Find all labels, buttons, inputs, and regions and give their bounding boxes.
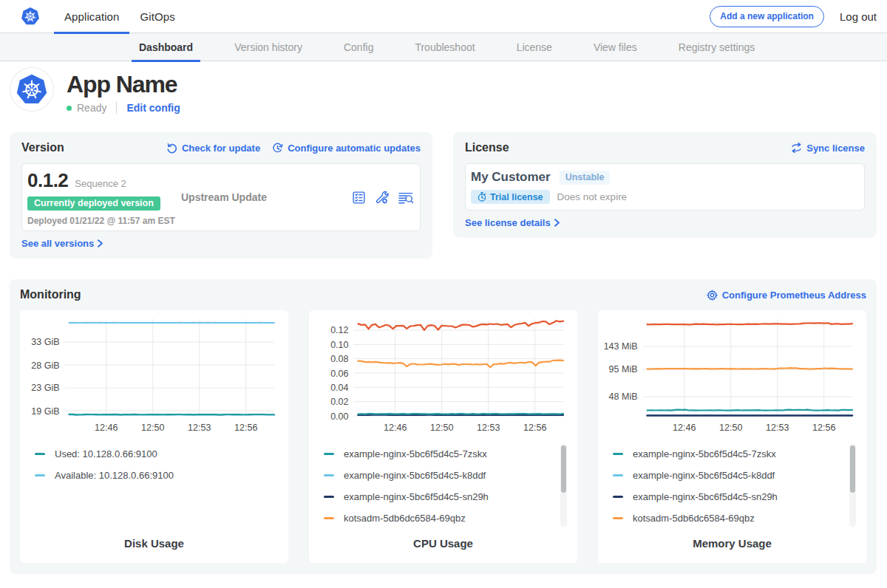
legend-item[interactable]: example-nginx-5bc6f5d4c5-sn29h (613, 486, 866, 507)
legend-scrollbar-thumb[interactable] (561, 445, 566, 493)
cpu-usage-chart-card: 12:4612:5012:5312:560.120.100.080.060.04… (309, 310, 577, 563)
legend-swatch-icon (613, 453, 623, 455)
license-expiry: Does not expire (557, 191, 628, 202)
legend-swatch-icon (613, 517, 623, 519)
legend-swatch-icon (35, 474, 45, 476)
svg-text:12:50: 12:50 (719, 423, 742, 433)
divider (116, 102, 117, 114)
legend-label: example-nginx-5bc6f5d4c5-7zskx (344, 448, 487, 459)
app-title: App Name (67, 72, 180, 96)
svg-text:0.06: 0.06 (330, 369, 348, 379)
schedule-update-icon (272, 143, 283, 154)
legend-item[interactable]: Available: 10.128.0.66:9100 (35, 465, 288, 486)
svg-text:12:56: 12:56 (234, 423, 257, 433)
logout-button[interactable]: Log out (840, 10, 877, 23)
svg-text:12:50: 12:50 (141, 423, 164, 433)
legend-scrollbar[interactable] (849, 444, 856, 527)
release-notes-icon[interactable] (398, 191, 414, 205)
cpu-usage-title: CPU Usage (309, 537, 577, 550)
svg-text:12:46: 12:46 (673, 423, 696, 433)
legend-swatch-icon (613, 496, 623, 498)
edit-config-link[interactable]: Edit config (126, 102, 180, 114)
subnav-tab-troubleshoot[interactable]: Troubleshoot (407, 33, 482, 61)
legend-item[interactable]: example-nginx-5bc6f5d4c5-7zskx (613, 443, 866, 465)
see-license-details-label: See license details (465, 217, 551, 228)
add-application-button[interactable]: Add a new application (710, 6, 824, 27)
see-all-versions-link[interactable]: See all versions (21, 238, 103, 249)
current-version-box: 0.1.2 Sequence 2 Currently deployed vers… (21, 163, 421, 231)
app-subnav: DashboardVersion historyConfigTroublesho… (0, 33, 887, 61)
svg-text:0.12: 0.12 (330, 325, 348, 335)
license-card-title: License (465, 141, 509, 154)
legend-label: example-nginx-5bc6f5d4c5-k8ddf (633, 470, 775, 481)
disk-usage-title: Disk Usage (20, 537, 288, 550)
version-number: 0.1.2 (27, 169, 68, 192)
nav-tab-application[interactable]: Application (54, 0, 129, 33)
svg-text:12:53: 12:53 (766, 423, 789, 433)
subnav-tab-dashboard[interactable]: Dashboard (132, 33, 200, 61)
subnav-tab-license[interactable]: License (509, 33, 560, 61)
sync-license-link[interactable]: Sync license (791, 143, 865, 154)
cpu-usage-plot: 12:4612:5012:5312:560.120.100.080.060.04… (309, 310, 577, 437)
subnav-tab-view-files[interactable]: View files (586, 33, 645, 61)
svg-text:28 GiB: 28 GiB (31, 360, 59, 371)
legend-item[interactable]: Used: 10.128.0.66:9100 (35, 443, 288, 465)
memory-legend: example-nginx-5bc6f5d4c5-7zskxexample-ng… (598, 443, 866, 528)
legend-label: example-nginx-5bc6f5d4c5-sn29h (344, 491, 489, 502)
charts-row: 12:4612:5012:5312:5633 GiB28 GiB23 GiB19… (20, 310, 866, 563)
legend-item[interactable]: example-nginx-5bc6f5d4c5-k8ddf (613, 465, 866, 486)
svg-text:12:56: 12:56 (523, 423, 546, 433)
disk-usage-chart-card: 12:4612:5012:5312:5633 GiB28 GiB23 GiB19… (20, 310, 288, 563)
legend-scrollbar-thumb[interactable] (850, 445, 855, 493)
svg-text:12:46: 12:46 (384, 423, 407, 433)
svg-text:0.08: 0.08 (330, 354, 348, 364)
legend-swatch-icon (324, 453, 334, 455)
version-card: Version Check for update Configure au (10, 132, 432, 259)
svg-text:19 GiB: 19 GiB (31, 406, 59, 417)
legend-label: kotsadm-5db6dc6584-69qbz (344, 513, 466, 524)
gear-icon (707, 290, 718, 301)
sync-license-label: Sync license (806, 143, 865, 154)
configure-prometheus-link[interactable]: Configure Prometheus Address (707, 290, 866, 301)
top-navbar: Application GitOps Add a new application… (0, 0, 887, 33)
kubernetes-logo-icon (21, 7, 40, 26)
legend-label: example-nginx-5bc6f5d4c5-7zskx (633, 448, 776, 459)
svg-text:95 MiB: 95 MiB (609, 364, 638, 375)
configure-automatic-updates-link[interactable]: Configure automatic updates (272, 143, 421, 154)
subnav-tab-registry-settings[interactable]: Registry settings (671, 33, 762, 61)
nav-tab-gitops[interactable]: GitOps (129, 0, 185, 33)
disk-usage-plot: 12:4612:5012:5312:5633 GiB28 GiB23 GiB19… (20, 310, 288, 437)
license-card: License Sync license My Customer Unstabl… (453, 132, 877, 238)
preflight-checklist-icon[interactable] (352, 191, 366, 205)
configure-prometheus-label: Configure Prometheus Address (722, 290, 866, 301)
legend-label: example-nginx-5bc6f5d4c5-k8ddf (344, 470, 486, 481)
deployed-version-badge: Currently deployed version (27, 196, 160, 211)
chevron-right-icon (97, 239, 103, 247)
svg-text:12:53: 12:53 (188, 423, 211, 433)
see-license-details-link[interactable]: See license details (465, 217, 560, 228)
legend-item[interactable]: example-nginx-5bc6f5d4c5-7zskx (324, 443, 577, 465)
legend-item[interactable]: kotsadm-5db6dc6584-69qbz (324, 507, 577, 529)
legend-item[interactable]: example-nginx-5bc6f5d4c5-k8ddf (324, 465, 577, 486)
subnav-tab-config[interactable]: Config (336, 33, 381, 61)
subnav-tab-version-history[interactable]: Version history (227, 33, 310, 61)
configure-automatic-updates-label: Configure automatic updates (288, 143, 421, 154)
deployed-timestamp: Deployed 01/21/22 @ 11:57 am EST (27, 216, 181, 226)
chevron-right-icon (554, 219, 560, 227)
license-type-label: Trial license (490, 192, 543, 202)
refresh-icon (166, 143, 177, 154)
legend-swatch-icon (613, 474, 623, 476)
legend-swatch-icon (324, 496, 334, 498)
legend-label: Used: 10.128.0.66:9100 (55, 448, 157, 459)
legend-item[interactable]: example-nginx-5bc6f5d4c5-sn29h (324, 486, 577, 507)
edit-config-wrench-icon[interactable] (375, 191, 389, 205)
svg-text:12:56: 12:56 (812, 423, 835, 433)
license-type-badge: Trial license (471, 190, 550, 204)
check-for-update-link[interactable]: Check for update (166, 143, 260, 154)
legend-label: example-nginx-5bc6f5d4c5-sn29h (633, 491, 778, 502)
legend-scrollbar[interactable] (560, 444, 567, 527)
legend-item[interactable]: kotsadm-5db6dc6584-69qbz (613, 507, 866, 529)
svg-text:0.10: 0.10 (330, 340, 348, 350)
svg-text:0.02: 0.02 (330, 397, 348, 407)
memory-usage-title: Memory Usage (598, 537, 866, 550)
